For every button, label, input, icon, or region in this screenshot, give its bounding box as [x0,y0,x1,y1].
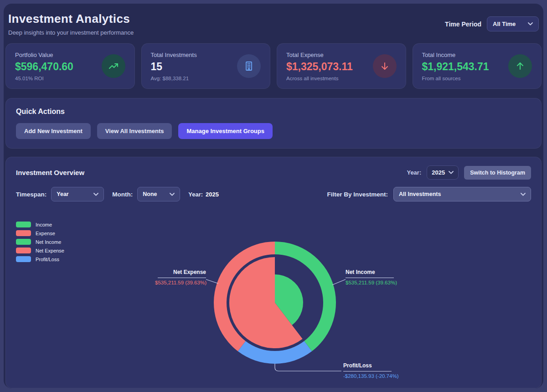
callout-profit-loss: Profit/Loss -$280,135.93 (-20.74%) [343,362,412,379]
legend-swatch [16,239,31,245]
header-titles: Investment Analytics Deep insights into … [8,12,134,36]
view-all-investments-button[interactable]: View All Investments [97,123,172,139]
callout-underline [346,278,394,278]
callout-underline [158,278,206,278]
overview-filter-row: Timespan: Year Month: None Year:2025 [16,187,531,201]
stat-sub: Avg: $88,338.21 [151,76,197,81]
stat-sub: From all sources [422,76,489,81]
callout-net-income: Net Income $535,211.59 (39.63%) [346,269,397,285]
header: Investment Analytics Deep insights into … [5,6,542,42]
stat-label: Total Investments [151,52,197,58]
pie-chart[interactable] [16,205,532,387]
callout-value: -$280,135.93 (-20.74%) [343,373,412,379]
filter-by-investment-select[interactable]: All Investments [393,187,531,201]
stat-cards-row: Portfolio Value $596,470.60 45.01% ROI T… [5,43,542,89]
callout-net-expense: Net Expense $535,211.59 (39.63%) [155,269,206,285]
stat-label: Total Income [422,52,489,58]
time-period-group: Time Period All Time [445,16,539,31]
legend-swatch [16,230,31,236]
callout-name: Net Expense [155,269,206,275]
add-new-investment-button[interactable]: Add New Investment [16,123,91,139]
quick-actions-buttons: Add New Investment View All Investments … [16,123,531,139]
stat-label: Total Expense [286,52,353,58]
filter-by-investment-label: Filter By Investment: [327,191,388,198]
stat-texts: Total Income $1,921,543.71 From all sour… [422,52,489,81]
legend-item: Net Income [16,239,64,245]
stat-value: $596,470.60 [15,61,73,73]
legend-label: Net Expense [36,248,64,253]
manage-investment-groups-button[interactable]: Manage Investment Groups [178,123,272,139]
page-subtitle: Deep insights into your investment perfo… [8,29,134,36]
time-period-label: Time Period [445,21,481,28]
stat-card-portfolio-value: Portfolio Value $596,470.60 45.01% ROI [5,43,135,89]
legend-swatch [16,256,31,262]
time-period-value: All Time [493,21,516,27]
building-icon [237,54,261,78]
overview-filter-right: Filter By Investment: All Investments [327,187,531,201]
callout-underline [343,371,392,371]
overview-title: Investment Overview [16,169,84,176]
legend-item: Profit/Loss [16,256,64,262]
filter-value: All Investments [399,191,441,197]
stat-value: $1,921,543.71 [422,61,489,73]
chevron-down-icon [528,22,533,26]
overview-header-controls: Year: 2025 Switch to Histogram [407,165,531,180]
overview-header-row: Investment Overview Year: 2025 Switch to… [16,165,531,180]
arrow-up-icon [508,54,532,78]
legend-label: Net Income [36,239,61,245]
callout-value: $535,211.59 (39.63%) [155,280,206,285]
timespan-value: Year [57,191,68,197]
year-select-value: 2025 [432,169,445,176]
legend-swatch [16,248,31,253]
year-inline: Year:2025 [188,191,219,198]
month-select[interactable]: None [137,187,180,201]
page-title: Investment Analytics [8,12,134,26]
chevron-down-icon [170,193,175,196]
chevron-down-icon [449,171,454,174]
stat-texts: Portfolio Value $596,470.60 45.01% ROI [15,52,73,81]
year-inline-value: 2025 [206,191,219,198]
stat-value: $1,325,073.11 [286,61,353,73]
legend-swatch [16,222,31,227]
stat-card-total-investments: Total Investments 15 Avg: $88,338.21 [141,43,271,89]
quick-actions-panel: Quick Actions Add New Investment View Al… [5,98,542,149]
callout-value: $535,211.59 (39.63%) [346,280,397,285]
investment-overview-panel: Investment Overview Year: 2025 Switch to… [5,157,542,388]
year-select[interactable]: 2025 [427,165,459,180]
chevron-down-icon [93,193,98,196]
year-select-label: Year: [407,169,421,176]
legend-item: Net Expense [16,248,64,253]
stat-sub: Across all investments [286,76,353,81]
timespan-label: Timespan: [16,191,46,198]
month-value: None [143,191,157,197]
month-label: Month: [112,191,133,198]
legend-label: Profit/Loss [36,257,59,262]
chevron-down-icon [521,193,526,196]
callout-name: Profit/Loss [343,362,412,369]
chart-legend: Income Expense Net Income Net Expense Pr… [16,222,64,265]
time-period-select[interactable]: All Time [487,16,539,31]
quick-actions-title: Quick Actions [16,108,531,116]
stat-label: Portfolio Value [15,52,73,58]
stat-texts: Total Investments 15 Avg: $88,338.21 [151,52,197,81]
pie-chart-area: Income Expense Net Income Net Expense Pr… [16,205,531,387]
overview-filter-left: Timespan: Year Month: None Year:2025 [16,187,219,201]
year-inline-label: Year: [188,191,203,198]
legend-item: Income [16,222,64,227]
timespan-select[interactable]: Year [51,187,104,201]
legend-label: Expense [36,231,55,236]
legend-item: Expense [16,230,64,236]
dashboard: Investment Analytics Deep insights into … [4,4,543,388]
trending-up-icon [102,54,125,78]
stat-sub: 45.01% ROI [15,76,73,81]
stat-texts: Total Expense $1,325,073.11 Across all i… [286,52,353,81]
stat-card-total-expense: Total Expense $1,325,073.11 Across all i… [277,43,406,89]
stat-value: 15 [151,61,197,73]
callout-name: Net Income [346,269,397,275]
stat-card-total-income: Total Income $1,921,543.71 From all sour… [413,43,542,89]
switch-to-histogram-button[interactable]: Switch to Histogram [464,166,531,180]
arrow-down-icon [373,54,397,78]
legend-label: Income [36,222,52,227]
